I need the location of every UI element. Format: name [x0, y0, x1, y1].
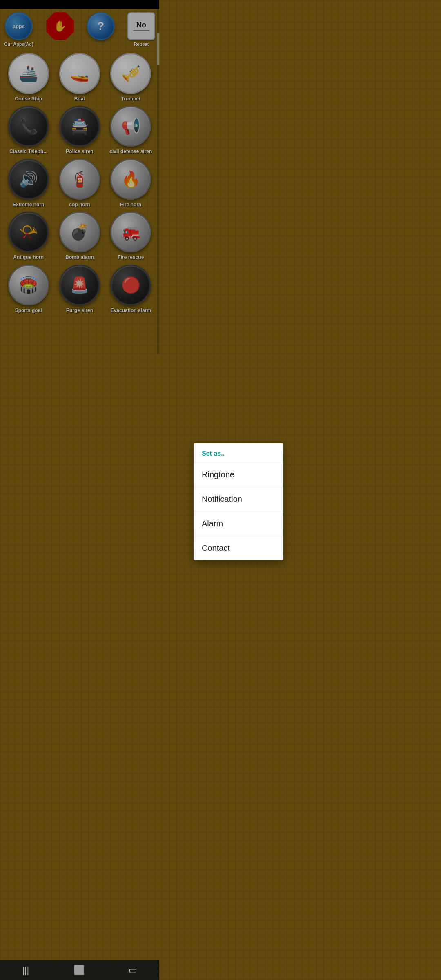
overlay-backdrop[interactable]: [0, 0, 159, 354]
